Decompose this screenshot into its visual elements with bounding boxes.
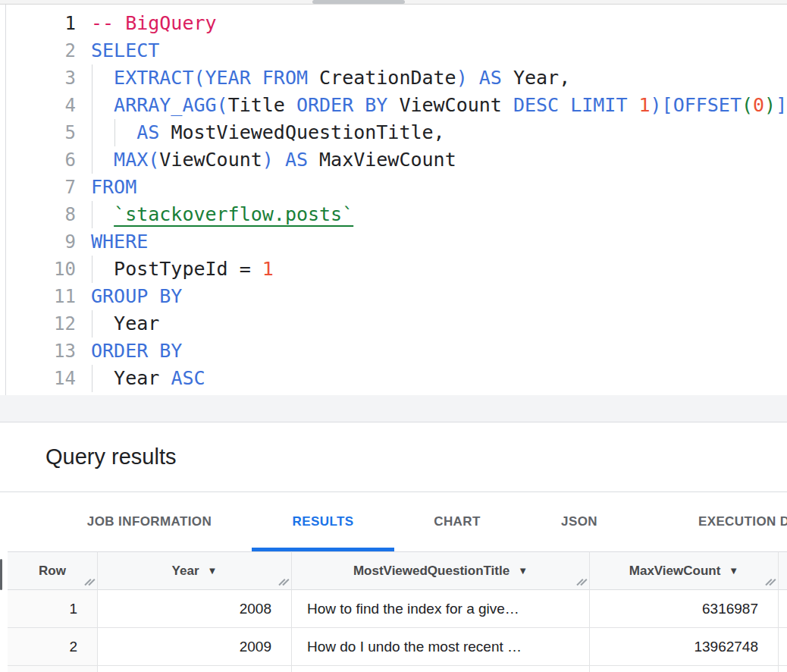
code-token: ASC xyxy=(171,367,205,389)
code-token: GROUP BY xyxy=(91,285,182,307)
cell-value: 1 xyxy=(69,601,77,617)
arrow-drop-down-icon[interactable]: ▼ xyxy=(208,566,218,576)
line-number: 3 xyxy=(0,64,76,92)
code-token xyxy=(91,203,114,225)
table-cell: 13962748 xyxy=(590,628,779,666)
line-number: 7 xyxy=(0,174,76,201)
column-header-label: MostViewedQuestionTitle xyxy=(353,564,510,579)
table-cell: 2008 xyxy=(98,590,292,628)
column-header-mostviewedquestiontitle[interactable]: MostViewedQuestionTitle▼ xyxy=(292,551,590,590)
code-line: 14 Year ASC xyxy=(0,365,787,392)
indent-guide xyxy=(92,201,92,228)
code-line-text: ORDER BY xyxy=(76,338,787,365)
arrow-drop-down-icon[interactable]: ▼ xyxy=(518,566,528,576)
table-row: 12008How to find the index for a give…63… xyxy=(8,590,787,628)
tab-job-information[interactable]: JOB INFORMATION xyxy=(47,492,252,551)
code-line: 1-- BigQuery xyxy=(0,10,787,37)
editor-horizontal-scrollbar-thumb[interactable] xyxy=(312,0,405,4)
table-cell: How do I undo the most recent … xyxy=(292,628,590,666)
code-line: 12 Year xyxy=(0,310,787,338)
tab-results[interactable]: RESULTS xyxy=(252,492,394,551)
tab-chart[interactable]: CHART xyxy=(394,492,520,551)
table-cell-stub xyxy=(779,590,787,628)
code-line: 3 EXTRACT(YEAR FROM CreationDate) AS Yea… xyxy=(0,64,787,92)
indent-guide xyxy=(92,310,92,338)
code-line-text: `stackoverflow.posts` xyxy=(76,201,787,228)
column-header-maxviewcount[interactable]: MaxViewCount▼ xyxy=(590,551,779,590)
code-line-text: MAX(ViewCount) AS MaxViewCount xyxy=(76,146,787,174)
table-cell xyxy=(779,666,787,672)
code-token: WHERE xyxy=(91,231,148,253)
code-token xyxy=(91,94,114,116)
tab-execution-details[interactable]: EXECUTION DETAILS xyxy=(638,492,787,551)
tab-label: EXECUTION DETAILS xyxy=(698,514,787,529)
code-line-text: GROUP BY xyxy=(76,283,787,310)
code-token: Year, xyxy=(513,67,570,89)
code-token xyxy=(91,367,114,389)
line-number: 10 xyxy=(0,256,76,283)
code-token: MaxViewCount xyxy=(319,149,456,171)
code-line: 10 PostTypeId = 1 xyxy=(0,256,787,283)
cell-value: 2 xyxy=(69,639,77,655)
line-number: 4 xyxy=(0,92,76,119)
code-line-text: ARRAY_AGG(Title ORDER BY ViewCount DESC … xyxy=(76,92,787,119)
arrow-drop-down-icon[interactable]: ▼ xyxy=(729,566,738,576)
code-token xyxy=(91,258,114,280)
column-resize-icon[interactable] xyxy=(279,578,289,587)
code-token: EXTRACT(YEAR FROM xyxy=(114,67,319,89)
code-line: 13ORDER BY xyxy=(0,338,787,365)
sql-editor[interactable]: 1-- BigQuery2SELECT3 EXTRACT(YEAR FROM C… xyxy=(0,5,787,395)
code-token: ] xyxy=(776,94,787,116)
indent-guide xyxy=(92,92,92,119)
panel-divider[interactable] xyxy=(0,395,787,422)
table-cell xyxy=(8,666,98,672)
code-line: 6 MAX(ViewCount) AS MaxViewCount xyxy=(0,146,787,174)
table-cell xyxy=(590,666,779,672)
code-token xyxy=(91,149,114,171)
results-tab-bar: JOB INFORMATIONRESULTSCHARTJSONEXECUTION… xyxy=(0,492,787,551)
code-token: Year xyxy=(114,312,159,334)
code-token: ) xyxy=(764,94,776,116)
code-line: 11GROUP BY xyxy=(0,283,787,310)
column-resize-icon[interactable] xyxy=(577,578,587,587)
line-number: 6 xyxy=(0,146,76,174)
code-token: PostTypeId = xyxy=(114,258,262,280)
code-token: -- BigQuery xyxy=(91,12,217,34)
column-resize-icon[interactable] xyxy=(766,578,776,587)
code-token: CreationDate xyxy=(319,67,456,89)
results-table-zone: RowYear▼MostViewedQuestionTitle▼MaxViewC… xyxy=(0,551,787,672)
bigquery-workspace: 1-- BigQuery2SELECT3 EXTRACT(YEAR FROM C… xyxy=(0,0,787,672)
code-token: ) AS xyxy=(456,67,513,89)
cell-value: 2008 xyxy=(240,601,271,617)
results-vertical-scrollbar[interactable] xyxy=(0,559,2,590)
column-header-label: Row xyxy=(39,564,66,579)
line-number: 1 xyxy=(0,10,76,37)
code-token: 0 xyxy=(753,94,764,116)
tab-json[interactable]: JSON xyxy=(520,492,638,551)
code-line-text: Year ASC xyxy=(76,365,787,392)
tab-label: JSON xyxy=(561,514,597,529)
column-header-stub xyxy=(779,551,787,590)
cell-value: 13962748 xyxy=(694,639,758,655)
code-token: ) AS xyxy=(262,149,319,171)
code-line-text: FROM xyxy=(76,174,787,201)
column-header-year[interactable]: Year▼ xyxy=(98,551,292,590)
line-number: 2 xyxy=(0,37,76,64)
cell-value: How do I undo the most recent … xyxy=(307,639,522,655)
code-token: MostViewedQuestionTitle, xyxy=(171,121,444,143)
code-line: 7FROM xyxy=(0,174,787,201)
column-resize-icon[interactable] xyxy=(85,578,95,587)
code-token xyxy=(91,312,114,334)
table-cell: 1 xyxy=(8,590,98,628)
tab-label: JOB INFORMATION xyxy=(87,514,212,529)
query-results-header: Query results xyxy=(0,422,787,492)
code-area[interactable]: 1-- BigQuery2SELECT3 EXTRACT(YEAR FROM C… xyxy=(0,10,787,392)
table-reference-link[interactable]: `stackoverflow.posts` xyxy=(114,203,353,225)
code-token: FROM xyxy=(91,176,136,198)
cell-value: 2009 xyxy=(240,639,271,655)
code-line: 5 AS MostViewedQuestionTitle, xyxy=(0,119,787,146)
query-results-title: Query results xyxy=(45,444,176,469)
code-token: ARRAY_AGG( xyxy=(114,94,228,116)
cell-value: How to find the index for a give… xyxy=(307,601,519,617)
column-header-row[interactable]: Row xyxy=(8,551,98,590)
